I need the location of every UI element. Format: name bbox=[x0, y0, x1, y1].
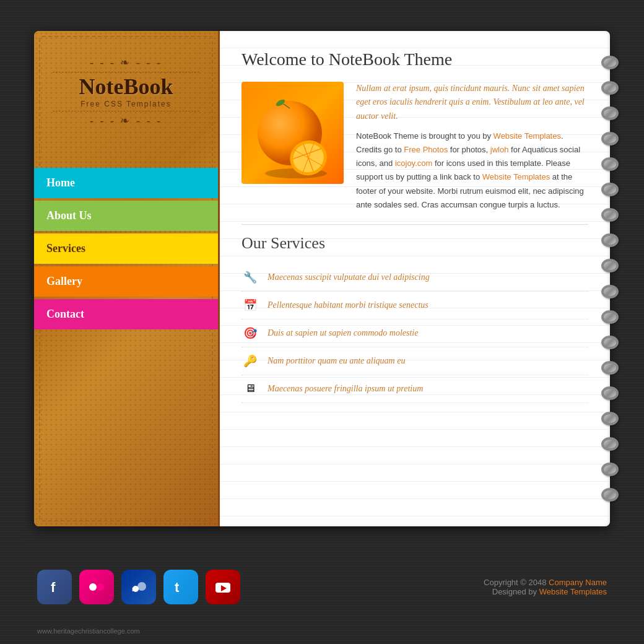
service-item-1: 🔧 Maecenas suscipit vulputate dui vel ad… bbox=[242, 264, 588, 292]
link-free-photos[interactable]: Free Photos bbox=[404, 145, 448, 154]
section-divider bbox=[242, 224, 588, 225]
service-item-2: 📅 Pellentesque habitant morbi tristique … bbox=[242, 292, 588, 320]
ornament-bottom: - - - ❧ - - - bbox=[40, 114, 212, 128]
service-link-2[interactable]: Pellentesque habitant morbi tristique se… bbox=[268, 300, 429, 310]
copyright-text: Copyright © 2048 Company Name bbox=[484, 578, 607, 587]
target-icon: 🎯 bbox=[242, 324, 259, 342]
ornament-top: - - - ❧ - - - bbox=[40, 56, 212, 69]
site-subtitle: Free CSS Templates bbox=[40, 100, 212, 108]
nav-home[interactable]: Home bbox=[34, 168, 218, 198]
nav-menu: Home About Us Services Gallery Contact bbox=[34, 168, 218, 329]
service-item-4: 🔑 Nam porttitor quam eu ante aliquam eu bbox=[242, 347, 588, 375]
intro-text: Nullam at erat ipsum, quis tincidunt mau… bbox=[356, 82, 588, 212]
svg-text:m: m bbox=[132, 586, 137, 593]
svg-point-12 bbox=[89, 583, 97, 591]
link-icojoy[interactable]: icojoy.com bbox=[395, 159, 432, 168]
service-link-5[interactable]: Maecenas posuere fringilla ipsum ut pret… bbox=[268, 384, 423, 394]
key-icon: 🔑 bbox=[242, 352, 259, 370]
flickr-icon[interactable] bbox=[79, 570, 114, 604]
svg-text:t: t bbox=[175, 580, 180, 595]
service-link-3[interactable]: Duis at sapien ut sapien commodo molesti… bbox=[268, 328, 418, 338]
services-title: Our Services bbox=[242, 234, 588, 253]
nav-gallery[interactable]: Gallery bbox=[34, 266, 218, 297]
italic-paragraph: Nullam at erat ipsum, quis tincidunt mau… bbox=[356, 82, 588, 123]
service-link-4[interactable]: Nam porttitor quam eu ante aliquam eu bbox=[268, 356, 405, 366]
designer-link[interactable]: Website Templates bbox=[539, 587, 607, 596]
twitter-icon[interactable]: t bbox=[163, 570, 198, 604]
calendar-icon: 📅 bbox=[242, 297, 259, 314]
sidebar: - - - ❧ - - - NoteBook Free CSS Template… bbox=[34, 31, 220, 526]
monitor-icon: 🖥 bbox=[242, 380, 259, 398]
orange-image bbox=[242, 82, 344, 184]
nav-services[interactable]: Services bbox=[34, 233, 218, 264]
social-icons: f m t bbox=[37, 570, 240, 604]
footer-right: Copyright © 2048 Company Name Designed b… bbox=[484, 578, 607, 596]
watermark: www.heritagechristiancollege.com bbox=[37, 627, 140, 635]
link-website-templates-1[interactable]: Website Templates bbox=[494, 131, 561, 141]
service-item-5: 🖥 Maecenas posuere fringilla ipsum ut pr… bbox=[242, 375, 588, 403]
services-list: 🔧 Maecenas suscipit vulputate dui vel ad… bbox=[242, 264, 588, 403]
link-jwloh[interactable]: jwloh bbox=[490, 145, 509, 154]
spiral-binding bbox=[599, 31, 621, 526]
notebook-wrapper: - - - ❧ - - - NoteBook Free CSS Template… bbox=[34, 31, 610, 526]
intro-section: Nullam at erat ipsum, quis tincidunt mau… bbox=[242, 82, 588, 212]
facebook-icon[interactable]: f bbox=[37, 570, 72, 604]
logo-area: - - - ❧ - - - NoteBook Free CSS Template… bbox=[34, 43, 218, 137]
svg-point-15 bbox=[137, 582, 146, 591]
wrench-icon: 🔧 bbox=[242, 269, 259, 286]
paper-content: Welcome to NoteBook Theme bbox=[220, 31, 610, 422]
site-title: NoteBook bbox=[40, 75, 212, 100]
youtube-icon[interactable] bbox=[206, 570, 240, 604]
link-website-templates-2[interactable]: Website Templates bbox=[482, 172, 550, 181]
company-name-link[interactable]: Company Name bbox=[549, 578, 607, 587]
nav-contact[interactable]: Contact bbox=[34, 299, 218, 329]
nav-about[interactable]: About Us bbox=[34, 201, 218, 231]
svg-point-13 bbox=[97, 583, 104, 591]
body-paragraph: NoteBook Theme is brought to you by Webs… bbox=[356, 129, 588, 212]
svg-text:f: f bbox=[51, 580, 56, 595]
designed-by-text: Designed by Website Templates bbox=[484, 587, 607, 596]
page-title: Welcome to NoteBook Theme bbox=[242, 50, 588, 69]
paper-area: Welcome to NoteBook Theme bbox=[220, 31, 610, 526]
myspace-icon[interactable]: m bbox=[121, 570, 156, 604]
service-item-3: 🎯 Duis at sapien ut sapien commodo moles… bbox=[242, 320, 588, 347]
service-link-1[interactable]: Maecenas suscipit vulputate dui vel adip… bbox=[268, 272, 430, 282]
